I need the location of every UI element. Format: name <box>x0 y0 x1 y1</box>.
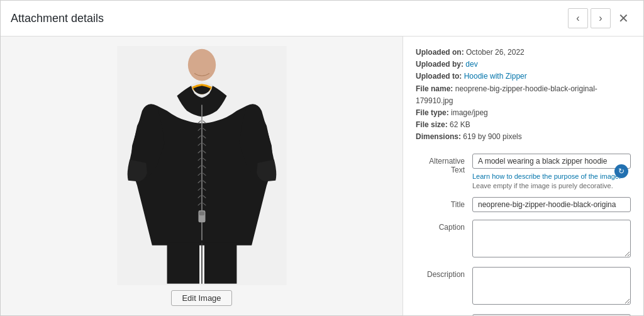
alt-text-row: Alternative Text ↻ Learn how to describe… <box>416 154 631 189</box>
file-name-label: File name: <box>416 84 453 93</box>
regenerate-alt-text-button[interactable]: ↻ <box>614 164 628 178</box>
alt-text-label: Alternative Text <box>416 154 472 174</box>
modal-body: Edit Image Uploaded on: October 26, 2022… <box>1 37 643 315</box>
title-label: Title <box>416 197 472 209</box>
close-button[interactable]: ✕ <box>613 8 633 28</box>
description-textarea[interactable] <box>472 267 631 305</box>
uploaded-on-value: October 26, 2022 <box>466 48 525 57</box>
alt-text-help: Learn how to describe the purpose of the… <box>472 171 631 189</box>
title-input[interactable] <box>472 197 631 212</box>
modal-title: Attachment details <box>11 12 104 25</box>
caption-row: Caption <box>416 220 631 259</box>
uploaded-to-label: Uploaded to: <box>416 72 462 81</box>
file-url-label: File URL: <box>416 314 472 316</box>
file-type-value: image/jpeg <box>451 108 488 117</box>
next-button[interactable]: › <box>591 8 611 28</box>
meta-file-type: File type: image/jpeg <box>416 107 631 119</box>
uploaded-by-label: Uploaded by: <box>416 60 464 69</box>
next-icon: › <box>599 13 602 24</box>
alt-help-link[interactable]: Learn how to describe the purpose of the… <box>472 172 621 180</box>
uploaded-on-label: Uploaded on: <box>416 48 464 57</box>
meta-uploaded-to: Uploaded to: Hoodie with Zipper <box>416 71 631 82</box>
image-container <box>11 46 392 285</box>
attachment-details-modal: Attachment details ‹ › ✕ <box>0 0 644 316</box>
alt-help-text: Leave empty if the image is purely decor… <box>472 182 631 189</box>
meta-file-size: File size: 62 KB <box>416 119 631 131</box>
uploaded-to-link[interactable]: Hoodie with Zipper <box>464 72 527 81</box>
details-panel: Uploaded on: October 26, 2022 Uploaded b… <box>403 37 643 315</box>
title-row: Title <box>416 197 631 212</box>
image-panel: Edit Image <box>1 37 403 315</box>
modal-header: Attachment details ‹ › ✕ <box>1 1 643 37</box>
meta-dimensions: Dimensions: 619 by 900 pixels <box>416 131 631 143</box>
prev-icon: ‹ <box>576 13 579 24</box>
file-size-label: File size: <box>416 120 448 129</box>
regenerate-icon: ↻ <box>618 167 625 176</box>
meta-uploaded-by: Uploaded by: dev <box>416 59 631 71</box>
alt-text-input-wrap: ↻ Learn how to describe the purpose of t… <box>472 154 631 189</box>
alt-text-input[interactable] <box>472 154 631 169</box>
meta-uploaded-on: Uploaded on: October 26, 2022 <box>416 47 631 59</box>
description-label: Description <box>416 267 472 279</box>
file-url-row: File URL: Copy URL to clipboard <box>416 314 631 316</box>
file-url-input[interactable] <box>472 314 631 316</box>
caption-textarea[interactable] <box>472 220 631 257</box>
prev-button[interactable]: ‹ <box>568 8 588 28</box>
file-size-value: 62 KB <box>450 120 470 129</box>
svg-rect-30 <box>204 243 236 284</box>
hoodie-image <box>101 46 303 285</box>
file-type-label: File type: <box>416 108 449 117</box>
dimensions-value: 619 by 900 pixels <box>463 132 521 141</box>
meta-file-name: File name: neoprene-big-zipper-hoodie-bl… <box>416 83 631 107</box>
caption-input-wrap <box>472 220 631 259</box>
modal-nav: ‹ › ✕ <box>568 8 633 28</box>
svg-rect-29 <box>167 243 199 284</box>
close-icon: ✕ <box>618 11 629 26</box>
caption-label: Caption <box>416 220 472 232</box>
dimensions-label: Dimensions: <box>416 132 461 141</box>
edit-image-button[interactable]: Edit Image <box>171 290 231 306</box>
description-row: Description <box>416 267 631 307</box>
title-input-wrap <box>472 197 631 212</box>
description-input-wrap <box>472 267 631 307</box>
svg-rect-4 <box>199 212 204 215</box>
meta-info: Uploaded on: October 26, 2022 Uploaded b… <box>416 47 631 144</box>
file-url-input-wrap: Copy URL to clipboard <box>472 314 631 316</box>
uploaded-by-link[interactable]: dev <box>465 60 477 69</box>
